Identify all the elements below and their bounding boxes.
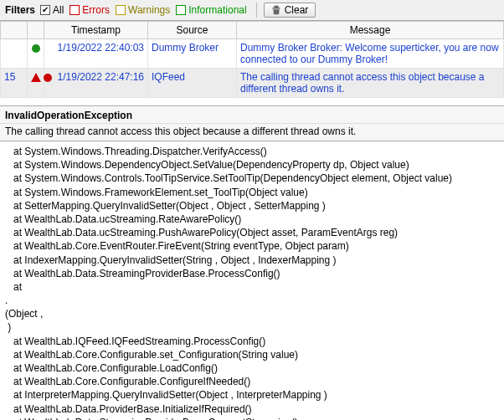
status-ok-icon — [32, 44, 40, 53]
table-row[interactable]: 15 1/19/2022 22:47:16 IQFeed The calling… — [1, 69, 504, 98]
unchecked-icon — [116, 5, 126, 15]
filter-errors-checkbox[interactable]: Errors — [69, 4, 110, 16]
col-message[interactable]: Message — [237, 22, 504, 39]
filter-toolbar: Filters ✔ All Errors Warnings Informatio… — [0, 0, 504, 21]
unchecked-icon — [176, 5, 186, 15]
cell-id: 15 — [1, 69, 28, 98]
cell-status — [28, 39, 44, 69]
exception-title: InvalidOperationException — [0, 106, 504, 124]
table-row[interactable]: 1/19/2022 22:40:03 Dummy Broker Dummy Br… — [1, 39, 504, 69]
clear-icon — [271, 5, 281, 15]
check-icon: ✔ — [40, 5, 50, 15]
unchecked-icon — [69, 5, 80, 15]
filter-all-checkbox[interactable]: ✔ All — [40, 4, 64, 16]
error-triangle-icon — [31, 73, 41, 82]
panel-splitter[interactable] — [0, 98, 504, 106]
col-source[interactable]: Source — [148, 22, 237, 39]
col-icon[interactable] — [28, 22, 44, 39]
exception-summary: The calling thread cannot access this ob… — [0, 124, 504, 141]
cell-id — [1, 39, 28, 69]
cell-timestamp: 1/19/2022 22:40:03 — [44, 39, 148, 69]
cell-source: Dummy Broker — [148, 39, 237, 69]
stack-trace: at System.Windows.Threading.Dispatcher.V… — [0, 141, 504, 420]
table-header-row: Timestamp Source Message — [1, 22, 504, 39]
col-id[interactable] — [1, 22, 28, 39]
filter-warnings-checkbox[interactable]: Warnings — [116, 4, 170, 16]
col-timestamp[interactable]: Timestamp — [44, 22, 148, 39]
cell-message: Dummy Broker Broker: Welcome superticker… — [237, 39, 504, 69]
filter-all-label: All — [53, 4, 64, 16]
log-table: Timestamp Source Message 1/19/2022 22:40… — [0, 21, 504, 98]
cell-message: The calling thread cannot access this ob… — [237, 69, 504, 98]
cell-timestamp: 1/19/2022 22:47:16 — [44, 69, 148, 98]
cell-status — [28, 69, 44, 98]
toolbar-separator — [256, 3, 257, 18]
clear-button-label: Clear — [285, 4, 309, 16]
clear-button[interactable]: Clear — [264, 3, 316, 18]
filter-info-checkbox[interactable]: Informational — [176, 4, 246, 16]
filter-info-label: Informational — [188, 4, 246, 16]
filters-label: Filters — [5, 4, 35, 16]
filter-warnings-label: Warnings — [128, 4, 170, 16]
cell-source: IQFeed — [148, 69, 237, 98]
filter-errors-label: Errors — [82, 4, 110, 16]
